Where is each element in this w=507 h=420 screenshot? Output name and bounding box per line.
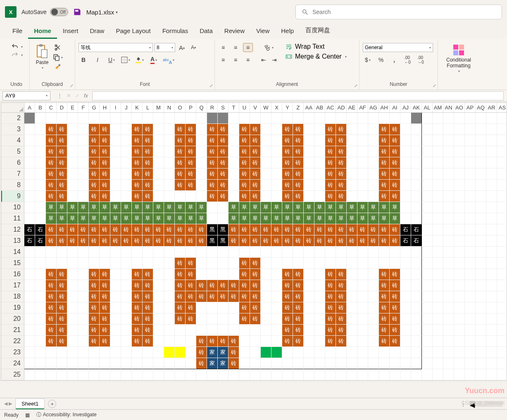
cell[interactable]: 砖	[143, 157, 153, 168]
cell[interactable]: 砖	[196, 347, 207, 358]
cell[interactable]	[218, 202, 229, 213]
cell[interactable]	[443, 258, 454, 269]
cell[interactable]	[486, 258, 497, 269]
cell[interactable]	[314, 313, 325, 325]
cell[interactable]	[465, 347, 476, 358]
cell[interactable]	[465, 191, 476, 202]
cell[interactable]	[454, 124, 465, 135]
column-header[interactable]: D	[57, 103, 67, 112]
cell[interactable]: 砖	[46, 280, 57, 291]
cell[interactable]: 草	[132, 202, 143, 213]
cell[interactable]	[164, 336, 175, 347]
cell[interactable]: 砖	[143, 269, 153, 280]
cell[interactable]: 砖	[239, 313, 250, 325]
cell[interactable]	[164, 247, 175, 258]
cell[interactable]	[433, 269, 443, 280]
cell[interactable]	[347, 347, 357, 358]
cell[interactable]	[357, 191, 368, 202]
cell[interactable]	[67, 280, 78, 291]
cell[interactable]: 砖	[46, 269, 57, 280]
cell[interactable]	[314, 369, 325, 380]
cell[interactable]	[207, 325, 218, 336]
cell[interactable]	[357, 369, 368, 380]
cell[interactable]: 砖	[336, 235, 347, 247]
alignment-launcher-icon[interactable]: ⤢	[354, 83, 357, 88]
cell[interactable]	[89, 258, 100, 269]
cell[interactable]: 砖	[282, 302, 293, 313]
cell[interactable]	[411, 269, 422, 280]
cell[interactable]: 砖	[121, 235, 132, 247]
cell[interactable]	[347, 302, 357, 313]
cell[interactable]: 砖	[218, 191, 229, 202]
cell[interactable]	[110, 313, 121, 325]
cell[interactable]: 草	[121, 213, 132, 224]
cell[interactable]	[24, 313, 35, 325]
undo-button[interactable]: ▾	[10, 43, 23, 50]
cell[interactable]: 草	[132, 213, 143, 224]
cell[interactable]: 砖	[379, 168, 390, 180]
cell[interactable]	[422, 291, 433, 302]
cell[interactable]: 家	[207, 347, 218, 358]
cell[interactable]	[454, 191, 465, 202]
cell[interactable]: 砖	[132, 269, 143, 280]
cell[interactable]	[314, 336, 325, 347]
cell[interactable]	[357, 358, 368, 369]
column-header[interactable]: C	[46, 103, 57, 112]
cell[interactable]	[433, 235, 443, 247]
cell[interactable]	[164, 146, 175, 157]
cell[interactable]	[486, 269, 497, 280]
cell[interactable]	[433, 258, 443, 269]
cell[interactable]	[24, 347, 35, 358]
cell[interactable]	[186, 113, 196, 124]
cell[interactable]	[443, 168, 454, 180]
cell[interactable]	[239, 336, 250, 347]
cell[interactable]	[164, 280, 175, 291]
cell[interactable]	[250, 358, 261, 369]
cell[interactable]	[314, 325, 325, 336]
cell[interactable]	[454, 358, 465, 369]
cell[interactable]	[196, 135, 207, 146]
cell[interactable]: 砖	[379, 135, 390, 146]
cell[interactable]: 砖	[164, 224, 175, 235]
cell[interactable]	[314, 269, 325, 280]
cell[interactable]	[153, 291, 164, 302]
cell[interactable]	[207, 302, 218, 313]
cell[interactable]: 砖	[186, 168, 196, 180]
cell[interactable]	[390, 258, 400, 269]
row-header[interactable]: 23	[1, 347, 24, 358]
cell[interactable]	[443, 269, 454, 280]
cell[interactable]	[411, 280, 422, 291]
cell[interactable]	[271, 269, 282, 280]
cell[interactable]	[164, 191, 175, 202]
cell[interactable]: 砖	[175, 269, 186, 280]
cell[interactable]: 砖	[250, 180, 261, 191]
column-header[interactable]: B	[35, 103, 46, 112]
cell[interactable]	[132, 258, 143, 269]
column-header[interactable]: P	[186, 103, 196, 112]
cell[interactable]: 砖	[250, 258, 261, 269]
cell[interactable]: 砖	[89, 313, 100, 325]
cell[interactable]: 砖	[186, 235, 196, 247]
row-header[interactable]: 3	[1, 124, 24, 135]
cell[interactable]	[357, 168, 368, 180]
align-middle-button[interactable]: ≡	[231, 43, 240, 52]
cell[interactable]	[347, 358, 357, 369]
accounting-format-button[interactable]: $▾	[363, 55, 373, 64]
cell[interactable]	[304, 325, 314, 336]
row-header[interactable]: 22	[1, 336, 24, 347]
row-header[interactable]: 2	[1, 113, 24, 124]
cell[interactable]	[497, 336, 507, 347]
cell[interactable]	[454, 247, 465, 258]
cell[interactable]	[153, 113, 164, 124]
cell[interactable]: 砖	[100, 191, 110, 202]
cell[interactable]: 砖	[132, 146, 143, 157]
cell[interactable]: 砖	[336, 302, 347, 313]
cell[interactable]: 砖	[282, 157, 293, 168]
cell[interactable]: 砖	[196, 291, 207, 302]
tab-formulas[interactable]: Formulas	[157, 24, 194, 39]
cell[interactable]	[78, 280, 89, 291]
cell[interactable]: 砖	[325, 168, 336, 180]
cell[interactable]	[357, 180, 368, 191]
tab-baidu[interactable]: 百度网盘	[300, 23, 336, 39]
cell[interactable]: 草	[67, 213, 78, 224]
